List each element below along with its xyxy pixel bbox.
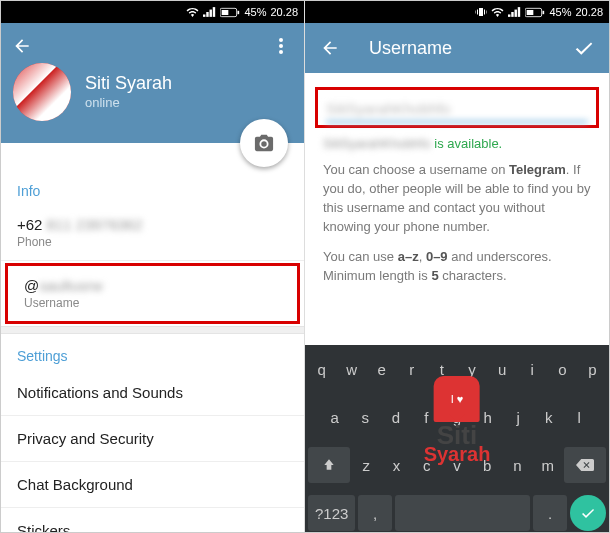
confirm-icon[interactable] <box>569 33 599 63</box>
shift-key[interactable] <box>308 447 350 483</box>
key-d[interactable]: d <box>382 399 410 435</box>
profile-name: Siti Syarah <box>85 73 172 94</box>
svg-rect-17 <box>543 10 545 13</box>
svg-rect-14 <box>518 7 520 17</box>
svg-rect-6 <box>238 10 240 13</box>
username-input-wrap <box>315 87 599 128</box>
key-x[interactable]: x <box>383 447 410 483</box>
key-c[interactable]: c <box>413 447 440 483</box>
phone-row[interactable]: +62 811 23976362 Phone <box>1 205 304 261</box>
svg-rect-2 <box>210 10 212 17</box>
profile-header: Siti Syarah online <box>1 23 304 143</box>
phone-label: Phone <box>17 235 288 249</box>
key-p[interactable]: p <box>579 351 606 387</box>
key-g[interactable]: g <box>443 399 471 435</box>
svg-point-8 <box>279 44 283 48</box>
svg-rect-3 <box>213 7 215 17</box>
status-bar: 45% 20.28 <box>1 1 304 23</box>
key-h[interactable]: h <box>474 399 502 435</box>
signal-icon <box>203 7 216 17</box>
key-i[interactable]: i <box>519 351 546 387</box>
more-icon[interactable] <box>266 31 296 61</box>
back-icon[interactable] <box>7 31 37 61</box>
key-v[interactable]: v <box>443 447 470 483</box>
wifi-icon <box>186 7 199 17</box>
avatar[interactable] <box>13 63 71 121</box>
backspace-key[interactable] <box>564 447 606 483</box>
key-y[interactable]: y <box>459 351 486 387</box>
svg-rect-11 <box>508 14 510 16</box>
settings-privacy[interactable]: Privacy and Security <box>1 416 304 462</box>
enter-key[interactable] <box>570 495 606 531</box>
svg-rect-12 <box>512 12 514 17</box>
key-b[interactable]: b <box>474 447 501 483</box>
key-q[interactable]: q <box>308 351 335 387</box>
availability-text: SitiSyarahKhobhfo is available. <box>305 136 609 161</box>
camera-button[interactable] <box>240 119 288 167</box>
key-w[interactable]: w <box>338 351 365 387</box>
key-k[interactable]: k <box>535 399 563 435</box>
section-info: Info <box>1 169 304 205</box>
settings-stickers[interactable]: Stickers <box>1 508 304 532</box>
key-z[interactable]: z <box>353 447 380 483</box>
time-text: 20.28 <box>575 6 603 18</box>
key-a[interactable]: a <box>321 399 349 435</box>
period-key[interactable]: . <box>533 495 567 531</box>
username-row[interactable]: @saultusrw Username <box>5 263 300 324</box>
key-j[interactable]: j <box>504 399 532 435</box>
time-text: 20.28 <box>270 6 298 18</box>
svg-point-9 <box>279 50 283 54</box>
status-bar: 45% 20.28 <box>305 1 609 23</box>
username-input[interactable] <box>326 96 588 123</box>
username-label: Username <box>24 296 281 310</box>
wifi-icon <box>491 7 504 17</box>
svg-point-7 <box>279 38 283 42</box>
battery-icon <box>220 7 240 18</box>
svg-rect-13 <box>515 10 517 17</box>
space-key[interactable] <box>395 495 530 531</box>
battery-text: 45% <box>549 6 571 18</box>
key-s[interactable]: s <box>352 399 380 435</box>
svg-point-10 <box>261 141 266 146</box>
key-m[interactable]: m <box>534 447 561 483</box>
divider <box>1 326 304 334</box>
key-f[interactable]: f <box>413 399 441 435</box>
battery-icon <box>525 7 545 18</box>
key-t[interactable]: t <box>428 351 455 387</box>
battery-text: 45% <box>244 6 266 18</box>
settings-notifications[interactable]: Notifications and Sounds <box>1 370 304 416</box>
description-1: You can choose a username on Telegram. I… <box>305 161 609 248</box>
section-settings: Settings <box>1 334 304 370</box>
profile-status: online <box>85 95 172 110</box>
settings-background[interactable]: Chat Background <box>1 462 304 508</box>
page-title: Username <box>369 38 452 59</box>
key-o[interactable]: o <box>549 351 576 387</box>
key-n[interactable]: n <box>504 447 531 483</box>
comma-key[interactable]: , <box>358 495 392 531</box>
key-l[interactable]: l <box>565 399 593 435</box>
svg-rect-5 <box>222 10 229 15</box>
description-2: You can use a–z, 0–9 and underscores. Mi… <box>305 248 609 298</box>
username-header: Username <box>305 23 609 73</box>
back-icon[interactable] <box>315 33 345 63</box>
key-r[interactable]: r <box>398 351 425 387</box>
svg-rect-0 <box>203 14 205 16</box>
keyboard: I ♥ Siti Syarah qwertyuiop asdfghjkl zxc… <box>305 345 609 532</box>
signal-icon <box>508 7 521 17</box>
symbols-key[interactable]: ?123 <box>308 495 355 531</box>
vibrate-icon <box>475 6 487 18</box>
svg-rect-16 <box>527 10 534 15</box>
key-u[interactable]: u <box>489 351 516 387</box>
key-e[interactable]: e <box>368 351 395 387</box>
phone-username: 45% 20.28 Username SitiSyarahKhobhfo is … <box>305 1 609 532</box>
svg-rect-1 <box>207 12 209 17</box>
phone-settings: 45% 20.28 Siti Syarah online Info +62 81… <box>1 1 305 532</box>
